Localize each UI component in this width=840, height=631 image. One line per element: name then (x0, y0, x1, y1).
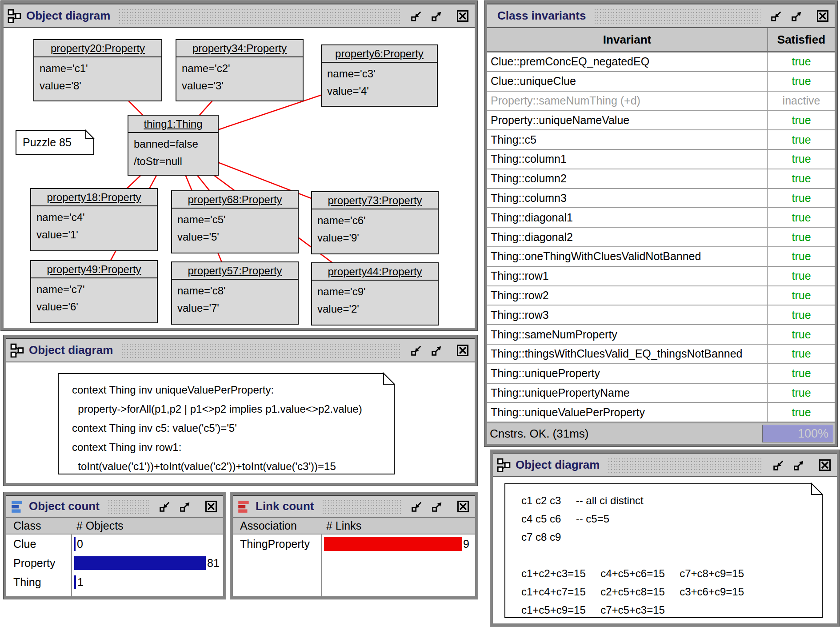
class-label[interactable]: Thing (6, 573, 71, 592)
satisfied-value: true (767, 364, 835, 383)
note-line: c7 c8 c9 (521, 528, 822, 546)
invariant-row[interactable]: Thing::thingsWithCluesValid_EQ_thingsNot… (487, 345, 835, 364)
titlebar-texture (594, 8, 760, 24)
table-header: Class # Objects (6, 518, 223, 535)
object-title: thing1:Thing (128, 116, 218, 133)
attr-name: name='c7' (36, 281, 152, 298)
object-diagram-canvas[interactable]: c1 c2 c3 -- all ci distinct c4 c5 c6 -- … (493, 477, 837, 623)
object-diagram-canvas[interactable]: context Thing inv uniqueValuePerProperty… (6, 362, 475, 483)
window-link-count: Link count Association # Links ThingProp… (230, 492, 478, 599)
invariant-row[interactable]: Thing::column2true (487, 169, 835, 189)
attr-value: value='6' (36, 298, 152, 315)
minimize-button[interactable] (409, 498, 425, 514)
invariant-row[interactable]: Clue::uniqueCluetrue (487, 72, 835, 92)
maximize-button[interactable] (791, 457, 807, 473)
object-title: property49:Property (31, 261, 157, 278)
object-diagram-canvas[interactable]: Puzzle 85 property20:Property name='c1'v… (4, 28, 475, 328)
minimize-button[interactable] (408, 342, 424, 358)
ocl-line: context Thing inv c5: value('c5')='5' (72, 418, 394, 438)
titlebar-texture (322, 499, 401, 514)
column-header-satisfied: Satisfied (767, 28, 835, 51)
maximize-button[interactable] (429, 8, 445, 24)
object-box-property6[interactable]: property6:Property name='c3'value='4' (321, 44, 438, 107)
invariant-row[interactable]: Thing::c5true (487, 130, 835, 150)
attr-value: value='9' (317, 229, 432, 246)
object-box-property68[interactable]: property68:Property name='c5'value='5' (171, 190, 299, 253)
invariant-row[interactable]: Clue::premConcEQ_negatedEQtrue (487, 52, 835, 72)
ocl-line: context Thing inv uniqueValuePerProperty… (72, 380, 394, 399)
invariant-row[interactable]: Thing::oneThingWithCluesValidNotBannedtr… (487, 247, 835, 267)
invariant-row[interactable]: Thing::diagonal1true (487, 208, 835, 228)
object-box-property44[interactable]: property44:Property name='c9'value='2' (311, 262, 439, 326)
note-line: c1+c2+c3=15 c4+c5+c6=15 c7+c8+c9=15 (521, 564, 822, 583)
satisfied-value: true (767, 267, 835, 285)
object-box-property57[interactable]: property57:Property name='c8'value='7' (171, 261, 299, 325)
invariant-row[interactable]: Thing::uniqueValuePerPropertytrue (487, 403, 835, 422)
object-box-property20[interactable]: property20:Property name='c1'value='8' (33, 39, 162, 101)
invariant-row[interactable]: Thing::uniquePropertytrue (487, 364, 835, 384)
object-box-property49[interactable]: property49:Property name='c7'value='6' (30, 260, 158, 323)
attr-name: name='c3' (327, 65, 432, 82)
titlebar[interactable]: Class invariants (487, 4, 835, 28)
maximize-button[interactable] (789, 8, 805, 24)
satisfied-value: true (767, 169, 835, 188)
attr-name: name='c1' (40, 60, 156, 77)
ocl-line: property->forAll(p1,p2 | p1<>p2 implies … (72, 399, 394, 418)
minimize-button[interactable] (768, 8, 784, 24)
minimize-button[interactable] (157, 498, 173, 514)
class-label[interactable]: Property (6, 554, 71, 573)
minimize-button[interactable] (771, 457, 787, 473)
titlebar[interactable]: Link count (233, 495, 475, 518)
magic-square-note[interactable]: c1 c2 c3 -- all ci distinct c4 c5 c6 -- … (504, 483, 823, 618)
invariant-row[interactable]: Thing::column1true (487, 150, 835, 169)
close-button[interactable] (455, 342, 471, 358)
object-box-property18[interactable]: property18:Property name='c4'value='1' (30, 188, 158, 251)
puzzle-note[interactable]: Puzzle 85 (16, 130, 94, 155)
close-button[interactable] (455, 8, 471, 24)
invariant-row[interactable]: Property::sameNumThing (+d)inactive (487, 92, 835, 111)
maximize-button[interactable] (177, 498, 193, 514)
close-button[interactable] (815, 8, 831, 24)
invariant-row[interactable]: Thing::row2true (487, 286, 835, 306)
window-title: Object diagram (26, 9, 110, 23)
minimize-button[interactable] (408, 8, 424, 24)
object-box-property34[interactable]: property34:Property name='c2'value='3' (176, 39, 304, 101)
link-count-chart: Association # Links ThingProperty 9 (233, 518, 475, 596)
invariant-row[interactable]: Thing::row1true (487, 267, 835, 286)
satisfied-value: true (767, 150, 835, 169)
titlebar[interactable]: Object diagram (4, 4, 475, 28)
invariant-row[interactable]: Thing::row3true (487, 305, 835, 325)
association-label[interactable]: ThingProperty (233, 535, 321, 554)
object-box-thing1[interactable]: thing1:Thing banned=false/toStr=null (128, 115, 219, 176)
class-label[interactable]: Clue (6, 535, 71, 554)
maximize-button[interactable] (429, 342, 445, 358)
invariant-row[interactable]: Thing::column3true (487, 189, 835, 209)
object-box-property73[interactable]: property73:Property name='c6'value='9' (311, 191, 439, 254)
invariant-row[interactable]: Property::uniqueNameValuetrue (487, 111, 835, 130)
titlebar[interactable]: Object count (6, 495, 223, 518)
titlebar[interactable]: Object diagram (6, 338, 475, 362)
object-title: property6:Property (322, 45, 437, 63)
window-title: Object diagram (516, 458, 600, 472)
attr-value: value='1' (36, 226, 152, 243)
satisfied-value: inactive (767, 92, 835, 110)
constraint-status-text: Cnstrs. OK. (31ms) (487, 427, 762, 441)
close-button[interactable] (203, 498, 219, 514)
attr-value: value='3' (182, 77, 297, 94)
attr-name: name='c9' (317, 283, 432, 300)
invariant-row[interactable]: Thing::uniquePropertyNametrue (487, 384, 835, 403)
invariant-row[interactable]: Thing::diagonal2true (487, 228, 835, 247)
titlebar[interactable]: Object diagram (493, 453, 837, 477)
note-line: c1 c2 c3 -- all ci distinct (521, 491, 822, 510)
ocl-line: toInt(value('c1'))+toInt(value('c2'))+to… (72, 457, 394, 476)
invariants-table: Invariant Satisfied Clue::premConcEQ_neg… (487, 28, 835, 422)
close-button[interactable] (455, 498, 471, 514)
invariant-row[interactable]: Thing::sameNumPropertytrue (487, 325, 835, 345)
titlebar-texture (121, 343, 400, 358)
satisfied-value: true (767, 403, 835, 422)
satisfied-value: true (767, 189, 835, 208)
count-bar (74, 575, 76, 589)
ocl-note[interactable]: context Thing inv uniqueValuePerProperty… (58, 373, 395, 474)
maximize-button[interactable] (429, 498, 445, 514)
close-button[interactable] (817, 457, 833, 473)
